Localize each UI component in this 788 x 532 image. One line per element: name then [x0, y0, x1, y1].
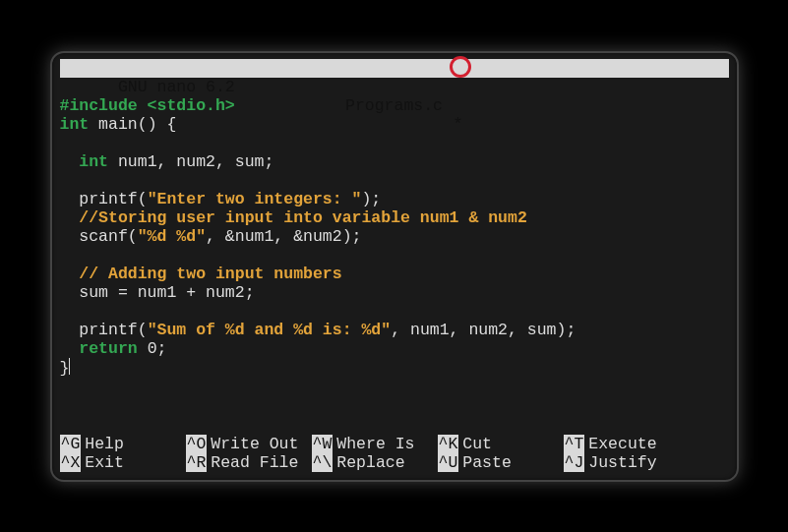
shortcut-row-2: ^XExit^RRead File^\Replace^UPaste^JJusti…: [60, 453, 729, 472]
code-string: "Enter two integers: ": [148, 190, 362, 208]
code-text: );: [361, 190, 381, 208]
shortcut-label: Help: [85, 435, 124, 453]
code-text: }: [60, 359, 70, 378]
shortcut-key: ^G: [60, 435, 82, 453]
shortcut-label: Replace: [336, 453, 404, 472]
code-text: , &num1, &num2);: [206, 227, 361, 246]
shortcut-key: ^X: [60, 453, 82, 472]
shortcut-key: ^T: [564, 435, 585, 453]
shortcut-key: ^\: [312, 453, 333, 472]
shortcut-bar: ^GHelp^OWrite Out^WWhere Is^KCut^TExecut…: [60, 435, 729, 472]
shortcut-cut[interactable]: ^KCut: [438, 435, 564, 453]
shortcut-justify[interactable]: ^JJustify: [564, 453, 690, 472]
shortcut-label: Execute: [588, 435, 656, 453]
annotation-circle: [450, 56, 471, 78]
shortcut-help[interactable]: ^GHelp: [60, 435, 186, 453]
shortcut-replace[interactable]: ^\Replace: [312, 453, 438, 472]
code-text: , num1, num2, sum);: [391, 321, 576, 339]
code-keyword: return: [79, 339, 137, 358]
shortcut-execute[interactable]: ^TExecute: [564, 435, 690, 453]
code-comment: // Adding two input numbers: [79, 265, 341, 283]
shortcut-label: Exit: [85, 453, 124, 472]
text-cursor: [69, 359, 70, 378]
shortcut-write-out[interactable]: ^OWrite Out: [186, 435, 312, 453]
code-keyword: int: [79, 152, 108, 171]
editor-title-bar: GNU nano 6.2 Programs.c *: [60, 59, 729, 78]
shortcut-label: Paste: [462, 453, 512, 472]
shortcut-where-is[interactable]: ^WWhere Is: [312, 435, 438, 453]
code-indent: [60, 265, 80, 283]
shortcut-key: ^O: [186, 435, 208, 453]
code-string: "%d %d": [138, 227, 206, 246]
shortcut-label: Read File: [211, 453, 298, 472]
code-string: "Sum of %d and %d is: %d": [148, 321, 392, 339]
shortcut-read-file[interactable]: ^RRead File: [186, 453, 312, 472]
code-indent: [60, 339, 80, 358]
shortcut-key: ^K: [438, 435, 459, 453]
code-comment: //Storing user input into variable num1 …: [79, 208, 526, 227]
code-text: sum = num1 + num2;: [60, 283, 255, 302]
code-indent: [60, 208, 80, 227]
code-include-path: <stdio.h>: [138, 96, 235, 115]
code-text: printf(: [60, 321, 148, 339]
shortcut-key: ^J: [564, 453, 585, 472]
shortcut-label: Where Is: [336, 435, 414, 453]
shortcut-key: ^R: [186, 453, 208, 472]
shortcut-row-1: ^GHelp^OWrite Out^WWhere Is^KCut^TExecut…: [60, 435, 729, 453]
shortcut-paste[interactable]: ^UPaste: [438, 453, 564, 472]
shortcut-label: Justify: [588, 453, 656, 472]
code-text: scanf(: [60, 227, 138, 246]
app-name: GNU nano 6.2: [98, 78, 235, 96]
shortcut-exit[interactable]: ^XExit: [60, 453, 186, 472]
file-name: Programs.c: [345, 96, 443, 115]
code-text: num1, num2, sum;: [108, 152, 273, 171]
modified-indicator: *: [454, 115, 463, 134]
editor-text-area[interactable]: #include <stdio.h> int main() { int num1…: [60, 78, 729, 396]
shortcut-key: ^U: [438, 453, 459, 472]
shortcut-label: Cut: [462, 435, 492, 453]
nano-editor-window: GNU nano 6.2 Programs.c * #include <stdi…: [50, 51, 739, 482]
code-text: main() {: [89, 115, 176, 134]
code-text: 0;: [138, 339, 167, 358]
shortcut-label: Write Out: [211, 435, 298, 453]
code-text: printf(: [60, 190, 148, 208]
shortcut-key: ^W: [312, 435, 333, 453]
